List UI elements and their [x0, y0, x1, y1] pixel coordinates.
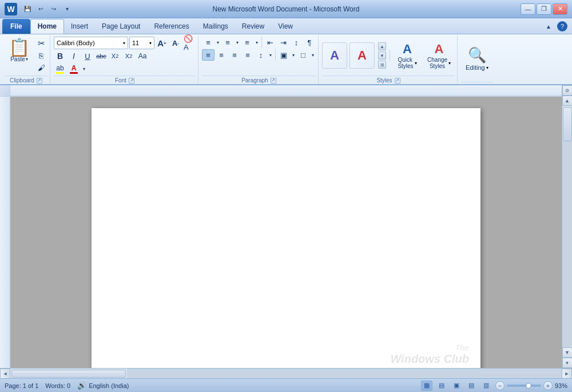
web-layout-view-button[interactable]: ▣: [451, 381, 462, 391]
styles-content: A A ▲ ▼ ⊞ A QuickStyles: [322, 37, 455, 74]
tab-review[interactable]: Review: [235, 19, 271, 34]
shading-button[interactable]: ▣: [277, 49, 290, 61]
bold-button[interactable]: B: [54, 50, 66, 62]
styles-scroll-down[interactable]: ▼: [378, 52, 386, 60]
text-highlight-button[interactable]: ab: [54, 63, 66, 74]
hscroll-right-button[interactable]: ►: [562, 369, 572, 379]
align-center-button[interactable]: ≡: [215, 49, 228, 61]
format-painter-button[interactable]: 🖌: [35, 62, 47, 73]
zoom-percent[interactable]: 93%: [555, 382, 567, 389]
tab-pagelayout[interactable]: Page Layout: [95, 19, 147, 34]
ribbon-body: 📋 Paste ▾ ✂ ⎘ 🖌 Clipboard ↗: [0, 34, 572, 85]
paragraph-dialog-launcher[interactable]: ↗: [271, 78, 276, 84]
zoom-plus-button[interactable]: +: [543, 381, 553, 390]
shading-dropdown[interactable]: ▾: [291, 49, 296, 61]
shrink-font-button[interactable]: A-: [169, 37, 182, 49]
subscript-button[interactable]: X2: [109, 50, 121, 62]
align-right-button[interactable]: ≡: [228, 49, 241, 61]
line-spacing-dropdown[interactable]: ▾: [268, 49, 273, 61]
line-spacing-button[interactable]: ↕: [255, 49, 267, 61]
word-count[interactable]: Words: 0: [45, 382, 70, 389]
tab-mailings[interactable]: Mailings: [196, 19, 235, 34]
quick-access-dropdown[interactable]: ▾: [61, 4, 73, 14]
numbered-list-button[interactable]: ≡: [221, 37, 234, 48]
strikethrough-button[interactable]: abc: [95, 50, 108, 62]
outline-view-button[interactable]: ▤: [466, 381, 477, 391]
print-layout-view-button[interactable]: ▦: [421, 381, 432, 391]
styles-scroll-up[interactable]: ▲: [378, 42, 386, 50]
align-left-button[interactable]: ≡: [202, 49, 214, 61]
sort-button[interactable]: ↕: [290, 37, 303, 48]
quick-styles-button[interactable]: A QuickStyles ▾: [394, 39, 421, 72]
font-color-dropdown[interactable]: ▾: [81, 63, 87, 74]
scroll-down-bottom-button[interactable]: ▼: [562, 358, 573, 368]
font-content: Calibri (Body) ▾ 11 ▾ A+ A- 🚫A B I U: [54, 37, 196, 74]
style-normal-button[interactable]: A: [322, 42, 347, 69]
justify-button[interactable]: ≡: [241, 49, 254, 61]
document-page[interactable]: The Windows Club: [92, 108, 480, 368]
cut-button[interactable]: ✂: [35, 38, 47, 49]
zoom-slider-track[interactable]: [507, 385, 541, 387]
restore-button[interactable]: ❐: [537, 3, 551, 15]
zoom-minus-button[interactable]: −: [495, 381, 505, 390]
tab-home[interactable]: Home: [30, 19, 64, 34]
underline-button[interactable]: U: [81, 50, 94, 62]
styles-dialog-launcher[interactable]: ↗: [395, 78, 400, 84]
tab-insert[interactable]: Insert: [64, 19, 95, 34]
numbered-list-dropdown[interactable]: ▾: [235, 37, 240, 48]
superscript-button[interactable]: X2: [122, 50, 135, 62]
bullet-list-button[interactable]: ≡: [202, 37, 214, 48]
change-case-button[interactable]: Aa: [136, 50, 149, 62]
styles-more[interactable]: ⊞: [378, 61, 386, 69]
scroll-page-down-button[interactable]: ▼: [562, 347, 573, 358]
minimize-button[interactable]: —: [521, 3, 535, 15]
ruler-row: [0, 85, 562, 97]
save-button[interactable]: 💾: [22, 4, 33, 14]
tab-file[interactable]: File: [2, 19, 30, 34]
paste-button[interactable]: 📋 Paste ▾: [5, 37, 34, 74]
font-color-button[interactable]: A: [67, 63, 80, 74]
paste-label-row: Paste ▾: [10, 56, 28, 62]
borders-dropdown[interactable]: ▾: [310, 49, 316, 61]
font-dialog-launcher[interactable]: ↗: [129, 78, 134, 84]
draft-view-button[interactable]: ▥: [480, 381, 492, 391]
scroll-thumb[interactable]: [563, 107, 572, 141]
italic-button[interactable]: I: [67, 50, 80, 62]
scroll-up-top-button[interactable]: ⚙: [562, 85, 573, 96]
editing-group: 🔍 Editing ▾: [459, 35, 495, 84]
clipboard-small-buttons: ✂ ⎘ 🖌: [35, 37, 47, 74]
style-heading-button[interactable]: A: [349, 42, 375, 69]
tab-references[interactable]: References: [147, 19, 196, 34]
multilevel-list-button[interactable]: ≡: [241, 37, 253, 48]
editing-button[interactable]: 🔍 Editing ▾: [461, 45, 493, 73]
copy-button[interactable]: ⎘: [35, 50, 47, 61]
change-styles-button[interactable]: A ChangeStyles ▾: [423, 39, 455, 72]
editing-dropdown-arrow: ▾: [486, 65, 488, 70]
page-indicator[interactable]: Page: 1 of 1: [5, 382, 38, 389]
bullet-list-dropdown[interactable]: ▾: [215, 37, 221, 48]
undo-button[interactable]: ↩: [35, 4, 46, 14]
language-indicator[interactable]: 🔊 English (India): [77, 381, 129, 390]
scroll-page-up-button[interactable]: ▲: [562, 96, 573, 106]
tab-view[interactable]: View: [271, 19, 300, 34]
hscroll-left-button[interactable]: ◄: [0, 369, 10, 379]
full-screen-view-button[interactable]: ▤: [436, 381, 447, 391]
help-button[interactable]: ?: [557, 21, 567, 31]
hscroll-thumb[interactable]: [11, 370, 126, 378]
font-size-selector[interactable]: 11 ▾: [129, 37, 154, 49]
show-hide-button[interactable]: ¶: [303, 37, 316, 48]
document-area[interactable]: The Windows Club: [10, 97, 562, 368]
redo-button[interactable]: ↪: [48, 4, 59, 14]
font-name-selector[interactable]: Calibri (Body) ▾: [54, 37, 128, 49]
clipboard-dialog-launcher[interactable]: ↗: [37, 78, 42, 84]
borders-button[interactable]: □: [297, 49, 309, 61]
close-button[interactable]: ✕: [553, 3, 567, 15]
clear-formatting-button[interactable]: 🚫A: [183, 37, 196, 49]
status-right: ▦ ▤ ▣ ▤ ▥ − + 93%: [421, 381, 567, 391]
increase-indent-button[interactable]: ⇥: [277, 37, 289, 48]
ribbon-collapse-button[interactable]: ▲: [542, 21, 555, 31]
multilevel-list-dropdown[interactable]: ▾: [254, 37, 260, 48]
grow-font-button[interactable]: A+: [156, 37, 168, 49]
decrease-indent-button[interactable]: ⇤: [264, 37, 276, 48]
zoom-slider-thumb[interactable]: [526, 383, 531, 389]
